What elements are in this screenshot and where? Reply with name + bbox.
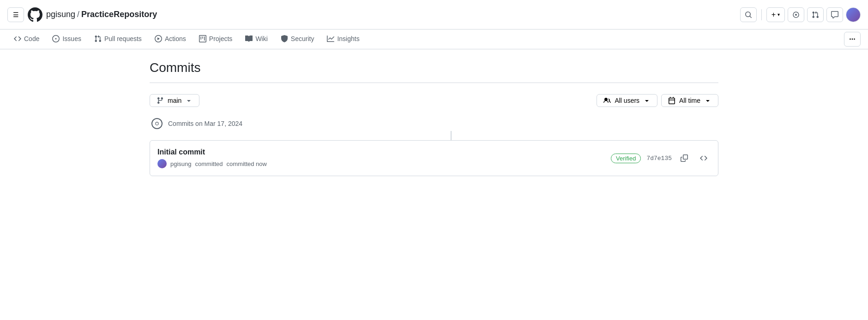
tab-security-label: Security — [291, 35, 314, 42]
commit-card-right: Verified 7d7e135 — [611, 152, 711, 165]
branch-icon — [157, 97, 164, 104]
commit-message[interactable]: Initial commit — [157, 148, 267, 156]
commits-date-group: Commits on Mar 17, 2024 Initial commit p… — [150, 118, 718, 176]
title-divider — [150, 83, 718, 83]
more-tabs-icon: ··· — [849, 35, 855, 43]
svg-point-1 — [795, 14, 797, 16]
more-tabs-button[interactable]: ··· — [844, 32, 861, 47]
top-header: ☰ pgisung / PracticeRepository + ▾ — [0, 0, 868, 30]
repo-name[interactable]: PracticeRepository — [81, 10, 157, 19]
new-dropdown-icon: ▾ — [778, 12, 780, 17]
hamburger-button[interactable]: ☰ — [7, 7, 24, 22]
header-left: ☰ pgisung / PracticeRepository — [7, 7, 735, 22]
browse-icon — [700, 154, 707, 162]
all-users-dropdown-icon — [643, 97, 651, 104]
tab-projects[interactable]: Projects — [193, 30, 239, 49]
tab-security[interactable]: Security — [274, 30, 321, 49]
all-time-dropdown-icon — [704, 97, 711, 104]
tab-insights[interactable]: Insights — [320, 30, 366, 49]
commit-timeline-dot — [151, 118, 163, 129]
page-title: Commits — [150, 60, 718, 75]
tab-insights-label: Insights — [337, 35, 359, 42]
commits-date-label: Commits on Mar 17, 2024 — [168, 120, 242, 127]
copy-hash-button[interactable] — [677, 152, 691, 165]
commit-meta: pgisung committed committed now — [157, 159, 267, 168]
commit-card: Initial commit pgisung committed committ… — [150, 140, 718, 176]
all-users-filter[interactable]: All users — [597, 94, 657, 107]
pr-nav-icon — [94, 35, 102, 42]
avatar-image — [846, 8, 860, 22]
tab-actions[interactable]: Actions — [148, 30, 193, 49]
actions-icon — [155, 35, 162, 42]
verified-badge: Verified — [611, 154, 641, 163]
branch-name: main — [168, 97, 181, 104]
commit-action: committed — [195, 160, 223, 167]
repo-nav: Code Issues Pull requests Actions Projec… — [0, 30, 868, 49]
tab-wiki-label: Wiki — [255, 35, 267, 42]
commit-card-left: Initial commit pgisung committed committ… — [157, 148, 267, 168]
search-icon — [745, 11, 752, 18]
commit-author[interactable]: pgisung — [170, 160, 192, 167]
inbox-button[interactable] — [826, 7, 843, 22]
tab-code[interactable]: Code — [7, 30, 46, 49]
repo-owner[interactable]: pgisung — [46, 10, 75, 19]
tab-code-label: Code — [24, 35, 39, 42]
all-users-label: All users — [615, 97, 639, 104]
commit-timestamp: committed now — [227, 160, 267, 167]
projects-icon — [199, 35, 206, 42]
hamburger-icon: ☰ — [13, 12, 19, 18]
github-logo-icon[interactable] — [28, 7, 42, 22]
branch-selector[interactable]: main — [150, 94, 199, 107]
tab-issues-label: Issues — [62, 35, 81, 42]
repo-path: pgisung / PracticeRepository — [46, 10, 157, 19]
tab-projects-label: Projects — [209, 35, 233, 42]
commit-hash[interactable]: 7d7e135 — [646, 155, 672, 162]
inbox-icon — [831, 11, 838, 18]
branch-dropdown-icon — [185, 97, 193, 104]
tab-actions-label: Actions — [165, 35, 186, 42]
header-right: + ▾ — [740, 7, 861, 22]
plus-icon: + — [772, 11, 776, 19]
repo-separator: / — [77, 10, 79, 19]
copilot-icon — [792, 11, 800, 18]
copy-icon — [681, 154, 688, 162]
commit-author-avatar — [157, 159, 167, 168]
code-icon — [14, 35, 21, 42]
pull-request-button[interactable] — [807, 7, 824, 22]
browse-files-button[interactable] — [697, 152, 711, 165]
avatar[interactable] — [846, 7, 861, 22]
copilot-button[interactable] — [788, 7, 804, 22]
wiki-icon — [245, 35, 253, 42]
search-button[interactable] — [740, 7, 757, 22]
tab-issues[interactable]: Issues — [46, 30, 87, 49]
main-content: Commits main All users — [139, 49, 729, 176]
header-divider — [761, 9, 762, 20]
all-time-filter[interactable]: All time — [661, 94, 718, 107]
tab-pr-label: Pull requests — [104, 35, 142, 42]
pull-request-icon — [812, 11, 819, 18]
date-header: Commits on Mar 17, 2024 — [150, 118, 718, 129]
timeline-line — [451, 131, 452, 140]
commits-toolbar: main All users All time — [150, 94, 718, 107]
calendar-icon — [668, 97, 675, 104]
all-time-label: All time — [679, 97, 700, 104]
tab-pull-requests[interactable]: Pull requests — [88, 30, 148, 49]
timeline-line-wrapper — [184, 131, 718, 140]
insights-icon — [327, 35, 334, 42]
tab-wiki[interactable]: Wiki — [239, 30, 274, 49]
issues-icon — [52, 35, 60, 42]
filter-group: All users All time — [597, 94, 718, 107]
new-button[interactable]: + ▾ — [766, 7, 785, 22]
security-icon — [281, 35, 288, 42]
users-icon — [603, 97, 611, 104]
